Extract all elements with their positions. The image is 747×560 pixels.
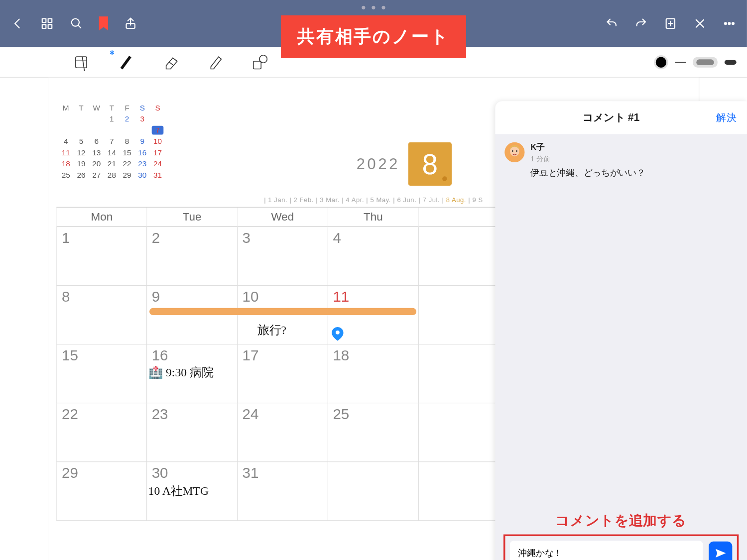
stroke-thin[interactable] [675,61,686,62]
share-icon[interactable] [124,16,137,30]
comment-text: 伊豆と沖縄、どっちがいい？ [530,168,645,179]
calendar-cell[interactable]: 2 [147,227,238,286]
svg-rect-15 [76,57,87,68]
calendar-cell[interactable]: 8 [56,286,147,344]
shape-tool-icon[interactable] [249,51,271,73]
svg-rect-3 [48,24,52,28]
calendar-cell[interactable]: 18 [328,344,419,403]
view-tool-icon[interactable] [71,51,92,73]
svg-point-14 [732,22,734,24]
comment-panel: コメント #1 解決 K子 1 分前 伊豆と沖縄、どっちがいい？ コメントを追加… [495,101,747,560]
pen-tool-icon[interactable]: ✱ [115,51,136,73]
svg-rect-0 [42,18,46,22]
svg-rect-1 [48,18,52,22]
calendar-cell[interactable]: 4 [328,227,419,286]
day-header: Wed [238,208,328,227]
calendar-cell[interactable] [328,462,419,521]
more-icon[interactable] [722,16,736,30]
highlighter-tool-icon[interactable] [205,51,226,73]
undo-icon[interactable] [605,16,619,30]
mini-calendar-left: MTWTFSS123745678910111213141516171819202… [56,101,167,182]
annotation-banner: 共有相手のノート [281,15,466,58]
calendar-cell[interactable]: 3 [238,227,328,286]
svg-point-12 [725,22,727,24]
day-header: Mon [56,208,147,227]
calendar-cell[interactable]: 16🏥 9:30 病院 [147,344,238,403]
back-icon[interactable] [10,16,24,30]
svg-line-5 [78,25,81,27]
svg-rect-2 [42,24,46,28]
calendar-cell[interactable]: 31 [238,462,328,521]
redo-icon[interactable] [634,16,648,30]
add-page-icon[interactable] [663,16,677,30]
send-button[interactable] [709,542,732,560]
svg-point-22 [512,150,513,152]
eraser-tool-icon[interactable] [160,51,181,73]
stroke-selected[interactable] [693,57,718,67]
svg-rect-17 [253,61,261,69]
calendar-cell[interactable]: 22 [56,403,147,462]
calendar-cell[interactable]: 23 [147,403,238,462]
resolve-button[interactable]: 解決 [716,111,736,124]
calendar-cell[interactable]: 17 [238,344,328,403]
comment-input[interactable] [510,541,703,560]
comment-time: 1 分前 [530,154,645,164]
multitask-dots[interactable] [362,6,385,9]
day-header: Tue [147,208,238,227]
svg-point-19 [336,331,340,335]
day-header: Thu [328,208,419,227]
svg-point-13 [728,22,730,24]
comment-input-highlight [503,535,739,560]
calendar-cell[interactable]: 3010 A社MTG [147,462,238,521]
month-badge: 8 [408,142,452,186]
calendar-cell[interactable]: 15 [56,344,147,403]
bookmark-icon[interactable] [99,16,108,30]
annotation-add-comment: コメントを追加する [495,509,747,535]
color-swatch[interactable] [654,55,668,69]
comment-author: K子 [530,142,645,153]
calendar-cell[interactable]: 25 [328,403,419,462]
calendar-cell[interactable]: 29 [56,462,147,521]
svg-line-16 [169,62,174,66]
comment-message: K子 1 分前 伊豆と沖縄、どっちがいい？ [495,134,747,187]
comment-panel-title: コメント #1 [506,111,717,124]
event-bar [149,308,416,315]
grid-icon[interactable] [40,16,54,30]
svg-point-23 [516,150,517,152]
calendar-cell[interactable]: 24 [238,403,328,462]
avatar [504,142,524,162]
close-icon[interactable] [693,16,707,30]
calendar-cell[interactable]: 1 [56,227,147,286]
svg-point-18 [259,55,267,63]
year-label: 2022 [357,155,400,173]
search-icon[interactable] [69,16,83,30]
stroke-thick[interactable] [725,60,737,64]
comment-pin-icon[interactable] [332,327,344,341]
